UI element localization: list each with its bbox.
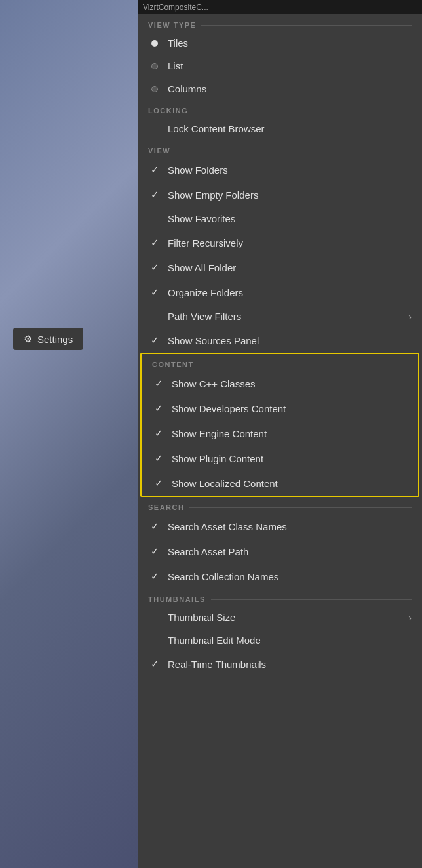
filter-recursively-label: Filter Recursively	[168, 237, 412, 248]
content-section-inner: CONTENT ✓ Show C++ Classes ✓ Show Develo…	[142, 354, 418, 496]
thumbnail-size-chevron-icon: ›	[408, 612, 412, 623]
show-sources-panel-label: Show Sources Panel	[168, 335, 412, 346]
show-sources-panel[interactable]: ✓ Show Sources Panel	[138, 328, 422, 353]
check-filter-recursively-icon: ✓	[148, 236, 161, 249]
top-bar: VizrtCompositeC...	[138, 0, 422, 14]
gear-icon: ⚙	[24, 333, 32, 345]
show-plugin-content-label: Show Plugin Content	[172, 453, 408, 464]
section-locking: LOCKING	[138, 100, 422, 117]
top-bar-title: VizrtCompositeC...	[143, 3, 208, 12]
check-show-sources-panel-icon: ✓	[148, 334, 161, 347]
real-time-thumbnails[interactable]: ✓ Real-Time Thumbnails	[138, 652, 422, 677]
show-plugin-content[interactable]: ✓ Show Plugin Content	[142, 446, 418, 471]
lock-content-browser[interactable]: Lock Content Browser	[138, 117, 422, 140]
search-collection-names[interactable]: ✓ Search Collection Names	[138, 564, 422, 589]
path-view-filters[interactable]: Path View Filters ›	[138, 305, 422, 328]
settings-label: Settings	[37, 334, 73, 345]
dropdown-menu: VIEW TYPE Tiles List Columns LOCKING Loc…	[138, 14, 422, 868]
thumbnail-size-label: Thumbnail Size	[168, 612, 402, 623]
path-view-filters-chevron-icon: ›	[408, 311, 412, 322]
section-search: SEARCH	[138, 497, 422, 514]
real-time-thumbnails-label: Real-Time Thumbnails	[168, 659, 412, 670]
show-favorites-label: Show Favorites	[168, 213, 412, 224]
radio-list-icon	[151, 63, 158, 69]
lock-content-browser-label: Lock Content Browser	[168, 123, 412, 134]
show-all-folder[interactable]: ✓ Show All Folder	[138, 255, 422, 280]
show-folders[interactable]: ✓ Show Folders	[138, 157, 422, 182]
thumbnail-size[interactable]: Thumbnail Size ›	[138, 606, 422, 629]
path-view-filters-label: Path View Filters	[168, 311, 402, 322]
check-show-all-folder-icon: ✓	[148, 261, 161, 274]
view-type-columns[interactable]: Columns	[138, 77, 422, 100]
check-show-folders-icon: ✓	[148, 163, 161, 176]
show-developers-content-label: Show Developers Content	[172, 403, 408, 414]
organize-folders-label: Organize Folders	[168, 287, 412, 298]
view-type-list[interactable]: List	[138, 54, 422, 77]
check-show-plugin-content-icon: ✓	[152, 452, 165, 465]
search-asset-class-names[interactable]: ✓ Search Asset Class Names	[138, 514, 422, 539]
check-show-engine-content-icon: ✓	[152, 427, 165, 440]
search-asset-class-names-label: Search Asset Class Names	[168, 521, 412, 532]
thumbnail-edit-mode[interactable]: Thumbnail Edit Mode	[138, 629, 422, 652]
content-section-highlighted: CONTENT ✓ Show C++ Classes ✓ Show Develo…	[140, 353, 419, 497]
show-favorites[interactable]: Show Favorites	[138, 207, 422, 230]
search-asset-path-label: Search Asset Path	[168, 546, 412, 557]
show-cpp-classes-label: Show C++ Classes	[172, 378, 408, 389]
check-show-developers-content-icon: ✓	[152, 402, 165, 415]
radio-columns-icon	[151, 86, 158, 92]
left-panel	[0, 0, 138, 868]
section-content: CONTENT	[142, 354, 418, 371]
view-type-list-label: List	[168, 60, 412, 71]
show-localized-content-label: Show Localized Content	[172, 478, 408, 489]
filter-recursively[interactable]: ✓ Filter Recursively	[138, 230, 422, 255]
thumbnail-edit-mode-label: Thumbnail Edit Mode	[168, 635, 412, 646]
show-engine-content-label: Show Engine Content	[172, 428, 408, 439]
show-localized-content[interactable]: ✓ Show Localized Content	[142, 471, 418, 496]
show-all-folder-label: Show All Folder	[168, 262, 412, 273]
check-show-empty-folders-icon: ✓	[148, 188, 161, 201]
show-engine-content[interactable]: ✓ Show Engine Content	[142, 421, 418, 446]
view-type-tiles-label: Tiles	[168, 37, 412, 49]
section-thumbnails: THUMBNAILS	[138, 589, 422, 606]
section-view: VIEW	[138, 140, 422, 157]
settings-button[interactable]: ⚙ Settings	[13, 328, 83, 350]
radio-tiles-icon	[151, 40, 158, 47]
show-folders-label: Show Folders	[168, 165, 412, 176]
search-collection-names-label: Search Collection Names	[168, 571, 412, 582]
show-developers-content[interactable]: ✓ Show Developers Content	[142, 396, 418, 421]
check-organize-folders-icon: ✓	[148, 286, 161, 299]
view-type-columns-label: Columns	[168, 83, 412, 94]
organize-folders[interactable]: ✓ Organize Folders	[138, 280, 422, 305]
check-show-localized-content-icon: ✓	[152, 477, 165, 490]
show-empty-folders-label: Show Empty Folders	[168, 189, 412, 201]
show-cpp-classes[interactable]: ✓ Show C++ Classes	[142, 371, 418, 396]
check-show-cpp-classes-icon: ✓	[152, 377, 165, 390]
search-asset-path[interactable]: ✓ Search Asset Path	[138, 539, 422, 564]
check-search-collection-names-icon: ✓	[148, 570, 161, 583]
view-type-tiles[interactable]: Tiles	[138, 31, 422, 54]
check-real-time-thumbnails-icon: ✓	[148, 658, 161, 671]
check-search-asset-path-icon: ✓	[148, 545, 161, 558]
show-empty-folders[interactable]: ✓ Show Empty Folders	[138, 182, 422, 207]
check-search-asset-class-names-icon: ✓	[148, 520, 161, 533]
section-view-type: VIEW TYPE	[138, 14, 422, 31]
